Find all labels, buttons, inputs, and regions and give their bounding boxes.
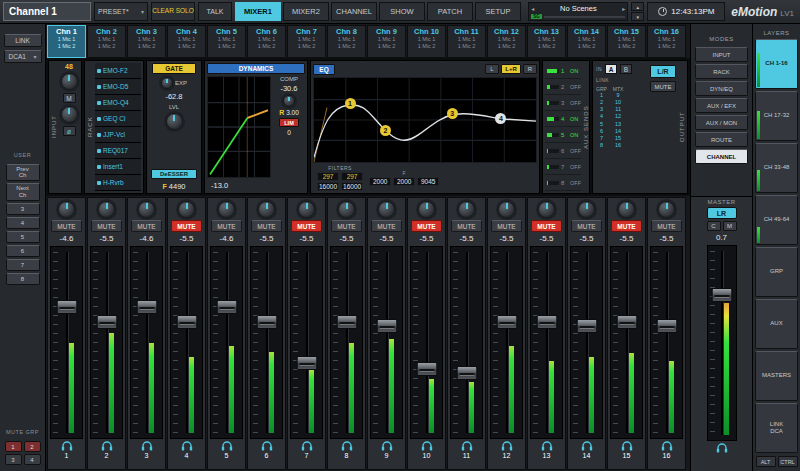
input-b-button[interactable]: B bbox=[620, 64, 632, 74]
pan-knob[interactable] bbox=[538, 201, 555, 218]
mute-button[interactable]: MUTE bbox=[371, 220, 402, 232]
fader-cap[interactable] bbox=[616, 315, 637, 329]
mute-button[interactable]: MUTE bbox=[531, 220, 562, 232]
fader-cap[interactable] bbox=[656, 319, 677, 333]
layer-button[interactable]: CH 17-32 bbox=[755, 91, 798, 141]
mtx-assign-number[interactable]: 9 bbox=[617, 92, 620, 99]
mute-button[interactable]: MUTE bbox=[251, 220, 282, 232]
grp-assign-number[interactable]: 8 bbox=[600, 142, 603, 149]
link-button[interactable]: LINK bbox=[4, 34, 42, 47]
layer-button[interactable]: GRP bbox=[755, 247, 798, 297]
scene-down-button[interactable]: ▾ bbox=[631, 12, 644, 21]
view-tab[interactable]: SHOW bbox=[379, 2, 425, 21]
cue-headphone-icon[interactable] bbox=[221, 441, 233, 451]
pan-knob[interactable] bbox=[258, 201, 275, 218]
eq-header-button[interactable]: EQ bbox=[313, 64, 335, 75]
preset-menu[interactable]: PRESET* ▾ bbox=[94, 2, 148, 21]
mtx-assign-number[interactable]: 13 bbox=[615, 121, 621, 128]
layer-button[interactable]: LINK DCA bbox=[755, 403, 798, 453]
grp-assign-number[interactable]: 7 bbox=[600, 135, 603, 142]
grp-assign-number[interactable]: 5 bbox=[600, 121, 603, 128]
channel-tab[interactable]: Chn 4 1 Mic 1 1 Mic 2 bbox=[167, 25, 206, 58]
mute-button[interactable]: MUTE bbox=[491, 220, 522, 232]
pan-knob[interactable] bbox=[498, 201, 515, 218]
pan-knob[interactable] bbox=[378, 201, 395, 218]
mute-button[interactable]: MUTE bbox=[651, 220, 682, 232]
user-assignable-button[interactable]: 4 bbox=[6, 217, 40, 229]
fader[interactable] bbox=[90, 246, 123, 439]
dynamics-header-button[interactable]: DYNAMICS bbox=[207, 63, 305, 74]
channel-tab[interactable]: Chn 10 1 Mic 1 1 Mic 2 bbox=[407, 25, 446, 58]
user-assignable-button[interactable]: 8 bbox=[6, 273, 40, 285]
gate-range-knob[interactable] bbox=[161, 77, 173, 89]
mute-group-button[interactable]: 2 bbox=[24, 441, 41, 452]
dca-selector[interactable]: DCA1 ▾ bbox=[4, 50, 42, 63]
mute-button[interactable]: MUTE bbox=[91, 220, 122, 232]
fader[interactable] bbox=[570, 246, 603, 439]
layer-button[interactable]: CH 1-16 bbox=[755, 39, 798, 89]
grp-assign-number[interactable]: 3 bbox=[600, 106, 603, 113]
scene-prev-icon[interactable]: ◂ bbox=[531, 5, 534, 12]
cue-headphone-icon[interactable] bbox=[421, 441, 433, 451]
master-cue-button[interactable]: C bbox=[707, 221, 721, 231]
cue-headphone-icon[interactable] bbox=[461, 441, 473, 451]
hpf-left-value[interactable]: 297 bbox=[317, 172, 339, 181]
lr-assign-button[interactable]: L/R bbox=[650, 65, 676, 78]
rack-slot[interactable]: Insert1 bbox=[95, 159, 141, 175]
layer-button[interactable]: MASTERS bbox=[755, 351, 798, 401]
user-assignable-button[interactable]: 7 bbox=[6, 259, 40, 271]
pan-knob[interactable] bbox=[58, 201, 75, 218]
eq-graph[interactable]: 1 2 3 4 bbox=[313, 77, 537, 163]
master-fader-cap[interactable] bbox=[711, 288, 732, 302]
mtx-assign-number[interactable]: 15 bbox=[615, 135, 621, 142]
comp-threshold-knob[interactable] bbox=[283, 95, 295, 107]
mute-group-button[interactable]: 4 bbox=[24, 454, 41, 465]
hpf-right-value[interactable]: 297 bbox=[341, 172, 363, 181]
cue-headphone-icon[interactable] bbox=[381, 441, 393, 451]
mute-button[interactable]: MUTE bbox=[611, 220, 642, 232]
fader-cap[interactable] bbox=[376, 319, 397, 333]
fader[interactable] bbox=[410, 246, 443, 439]
cue-headphone-icon[interactable] bbox=[261, 441, 273, 451]
channel-tab[interactable]: Chn 13 1 Mic 1 1 Mic 2 bbox=[527, 25, 566, 58]
channel-tab[interactable]: Chn 5 1 Mic 1 1 Mic 2 bbox=[207, 25, 246, 58]
mute-button[interactable]: MUTE bbox=[131, 220, 162, 232]
fader[interactable] bbox=[610, 246, 643, 439]
rack-slot[interactable]: EMO-Q4 bbox=[95, 95, 141, 111]
pan-knob[interactable] bbox=[658, 201, 675, 218]
fader[interactable] bbox=[170, 246, 203, 439]
fader-cap[interactable] bbox=[176, 315, 197, 329]
eq-band-handle[interactable]: 4 bbox=[495, 113, 506, 124]
layer-button[interactable]: AUX bbox=[755, 299, 798, 349]
fader-cap[interactable] bbox=[456, 366, 477, 380]
fader-cap[interactable] bbox=[336, 315, 357, 329]
eq-band-handle[interactable]: 1 bbox=[345, 98, 356, 109]
user-assignable-button[interactable]: 5 bbox=[6, 231, 40, 243]
grp-assign-number[interactable]: 4 bbox=[600, 113, 603, 120]
rack-slot[interactable]: EMO-D5 bbox=[95, 79, 141, 95]
mute-button[interactable]: MUTE bbox=[171, 220, 202, 232]
pan-knob[interactable] bbox=[618, 201, 635, 218]
eq-lr-link-button[interactable]: L+R bbox=[501, 64, 521, 74]
fader[interactable] bbox=[290, 246, 323, 439]
view-tab[interactable]: PATCH bbox=[427, 2, 473, 21]
mute-button[interactable]: MUTE bbox=[51, 220, 82, 232]
eq-band-freq-value[interactable]: 9045 bbox=[417, 177, 439, 186]
fader-cap[interactable] bbox=[96, 315, 117, 329]
cue-headphone-icon[interactable] bbox=[341, 441, 353, 451]
aux-send-row[interactable]: 3 OFF bbox=[545, 95, 581, 111]
ctrl-button[interactable]: CTRL bbox=[778, 456, 798, 467]
channel-tab[interactable]: Chn 16 1 Mic 1 1 Mic 2 bbox=[647, 25, 686, 58]
fader-cap[interactable] bbox=[576, 319, 597, 333]
mute-button[interactable]: MUTE bbox=[211, 220, 242, 232]
mode-button[interactable]: RACK bbox=[695, 64, 748, 79]
pan-knob[interactable] bbox=[298, 201, 315, 218]
aux-send-row[interactable]: 4 ON bbox=[545, 111, 581, 127]
channel-tab[interactable]: Chn 7 1 Mic 1 1 Mic 2 bbox=[287, 25, 326, 58]
view-tab[interactable]: MIXER1 bbox=[235, 2, 281, 21]
cue-headphone-icon[interactable] bbox=[181, 441, 193, 451]
pan-knob[interactable] bbox=[98, 201, 115, 218]
channel-tab[interactable]: Chn 2 1 Mic 1 1 Mic 2 bbox=[87, 25, 126, 58]
master-fader[interactable] bbox=[707, 245, 737, 441]
scene-selector[interactable]: ◂ No Scenes ▸ SG bbox=[528, 2, 628, 21]
